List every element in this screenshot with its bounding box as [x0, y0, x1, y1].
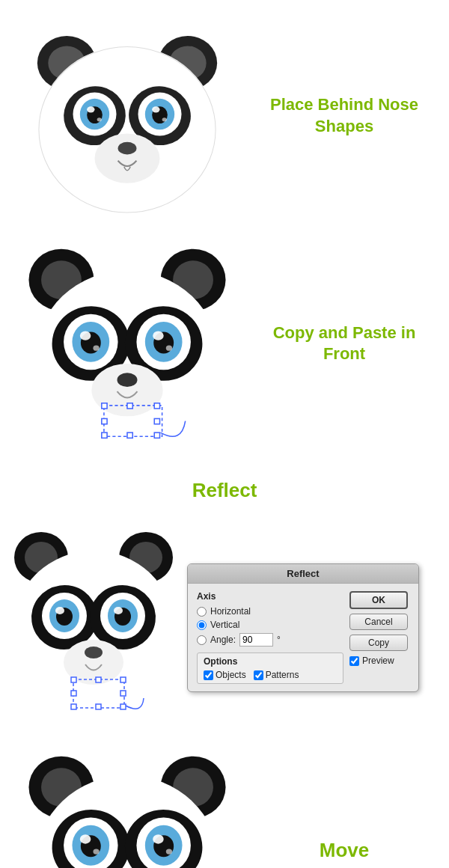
svg-point-16 [97, 117, 102, 121]
axis-label: Axis [197, 591, 343, 602]
svg-rect-47 [154, 419, 159, 424]
section-2: Copy and Paste in Front [0, 231, 449, 467]
svg-rect-44 [127, 403, 132, 409]
svg-rect-68 [71, 704, 76, 709]
svg-rect-66 [71, 677, 76, 682]
svg-point-15 [152, 106, 159, 112]
svg-rect-72 [71, 691, 76, 696]
svg-rect-42 [102, 433, 107, 438]
preview-label: Preview [362, 655, 394, 666]
vertical-radio-row[interactable]: Vertical [197, 620, 343, 630]
angle-radio[interactable] [197, 635, 207, 645]
label-area-2: Copy and Paste in Front [247, 315, 442, 373]
svg-point-34 [153, 331, 164, 340]
dialog-container: Reflect Axis Horizontal Vertical Angl [187, 563, 419, 692]
reflect-dialog: Reflect Axis Horizontal Vertical Angl [187, 563, 419, 692]
patterns-checkbox[interactable] [254, 670, 263, 680]
reflect-section: Reflect Axis Horizontal Vertical Angl [0, 511, 449, 724]
objects-label: Objects [216, 670, 246, 680]
label-area-4: Move [247, 831, 442, 868]
section-1: Place Behind Nose Shapes [0, 0, 449, 231]
reflect-title-section: Reflect [0, 467, 449, 511]
svg-point-87 [80, 834, 91, 843]
dialog-left-panel: Axis Horizontal Vertical Angle: ° [197, 591, 343, 684]
svg-rect-43 [154, 433, 159, 438]
svg-rect-73 [120, 691, 126, 696]
svg-point-64 [85, 647, 103, 658]
svg-point-36 [166, 346, 172, 351]
options-checkboxes: Objects Patterns [204, 670, 337, 680]
cancel-button[interactable]: Cancel [349, 614, 408, 630]
angle-label: Angle: [210, 635, 236, 645]
horizontal-label: Horizontal [210, 606, 251, 617]
dialog-right-panel: OK Cancel Copy Preview [349, 591, 409, 684]
options-section: Options Objects Patterns [197, 652, 343, 684]
label-area-1: Place Behind Nose Shapes [247, 87, 442, 144]
horizontal-radio[interactable] [197, 607, 207, 617]
vertical-label: Vertical [210, 620, 239, 630]
panda-image-3 [7, 519, 180, 716]
svg-point-14 [87, 106, 94, 112]
svg-rect-69 [120, 704, 126, 709]
dialog-title: Reflect [188, 564, 418, 584]
svg-point-18 [95, 133, 160, 183]
svg-rect-41 [154, 403, 159, 409]
objects-checkbox[interactable] [204, 670, 213, 680]
svg-point-89 [93, 849, 99, 854]
ok-button[interactable]: OK [349, 591, 408, 609]
svg-point-17 [162, 117, 167, 121]
svg-rect-70 [96, 677, 101, 682]
horizontal-radio-row[interactable]: Horizontal [197, 606, 343, 617]
preview-checkbox[interactable] [349, 656, 359, 666]
section-label-1: Place Behind Nose Shapes [254, 94, 434, 137]
objects-check-label[interactable]: Objects [204, 670, 246, 680]
svg-point-38 [117, 373, 138, 388]
svg-point-5 [39, 46, 216, 213]
panda-image-4 [7, 742, 247, 868]
vertical-radio[interactable] [197, 620, 207, 630]
section-4: Move [0, 724, 449, 868]
angle-unit: ° [277, 635, 281, 645]
svg-point-35 [93, 346, 99, 351]
section-label-4: Move [320, 838, 369, 864]
angle-row: Angle: ° [197, 633, 343, 647]
svg-rect-46 [102, 419, 107, 424]
svg-rect-40 [102, 403, 107, 409]
copy-button[interactable]: Copy [349, 635, 408, 651]
svg-rect-71 [96, 704, 101, 709]
svg-point-33 [80, 331, 91, 340]
section-label-2: Copy and Paste in Front [254, 323, 434, 365]
svg-point-61 [55, 607, 64, 614]
preview-row[interactable]: Preview [349, 655, 409, 666]
options-label: Options [204, 656, 337, 667]
patterns-label: Patterns [266, 670, 299, 680]
svg-point-19 [118, 142, 137, 155]
svg-point-62 [114, 607, 123, 614]
panda-image-2 [7, 235, 247, 452]
angle-input[interactable] [239, 633, 273, 647]
svg-point-88 [153, 834, 164, 843]
svg-rect-45 [127, 433, 132, 438]
svg-point-90 [166, 849, 172, 854]
patterns-check-label[interactable]: Patterns [254, 670, 299, 680]
section-label-reflect: Reflect [0, 474, 449, 507]
svg-rect-67 [120, 677, 126, 682]
panda-image-1 [7, 15, 247, 216]
